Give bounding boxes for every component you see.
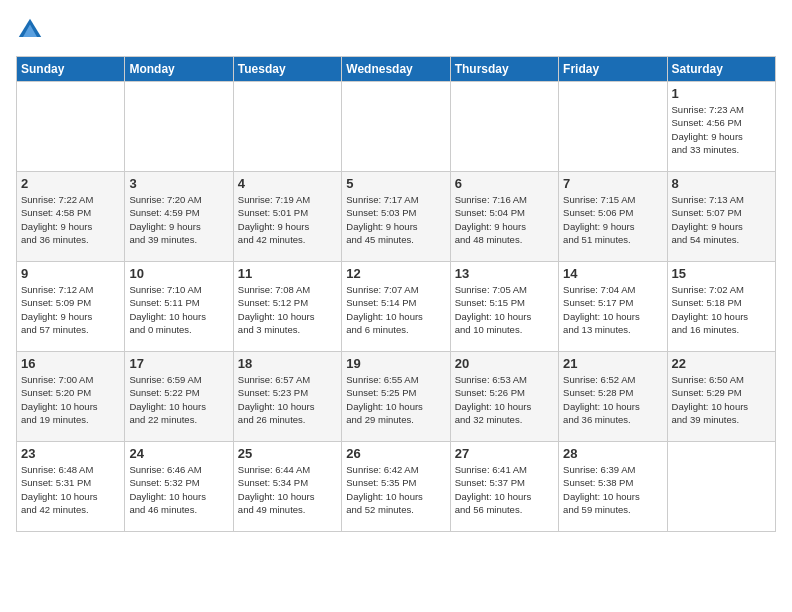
- day-number: 1: [672, 86, 771, 101]
- day-number: 16: [21, 356, 120, 371]
- day-info: Sunrise: 6:59 AM Sunset: 5:22 PM Dayligh…: [129, 373, 228, 426]
- day-cell: 26Sunrise: 6:42 AM Sunset: 5:35 PM Dayli…: [342, 442, 450, 532]
- day-info: Sunrise: 7:04 AM Sunset: 5:17 PM Dayligh…: [563, 283, 662, 336]
- day-number: 13: [455, 266, 554, 281]
- day-cell: 25Sunrise: 6:44 AM Sunset: 5:34 PM Dayli…: [233, 442, 341, 532]
- weekday-header-tuesday: Tuesday: [233, 57, 341, 82]
- day-number: 26: [346, 446, 445, 461]
- weekday-header-sunday: Sunday: [17, 57, 125, 82]
- day-info: Sunrise: 6:57 AM Sunset: 5:23 PM Dayligh…: [238, 373, 337, 426]
- day-number: 11: [238, 266, 337, 281]
- day-cell: 27Sunrise: 6:41 AM Sunset: 5:37 PM Dayli…: [450, 442, 558, 532]
- day-cell: 18Sunrise: 6:57 AM Sunset: 5:23 PM Dayli…: [233, 352, 341, 442]
- day-number: 15: [672, 266, 771, 281]
- day-cell: [125, 82, 233, 172]
- calendar-table: SundayMondayTuesdayWednesdayThursdayFrid…: [16, 56, 776, 532]
- day-info: Sunrise: 6:48 AM Sunset: 5:31 PM Dayligh…: [21, 463, 120, 516]
- logo: [16, 16, 46, 44]
- day-cell: 22Sunrise: 6:50 AM Sunset: 5:29 PM Dayli…: [667, 352, 775, 442]
- day-cell: 7Sunrise: 7:15 AM Sunset: 5:06 PM Daylig…: [559, 172, 667, 262]
- day-cell: 20Sunrise: 6:53 AM Sunset: 5:26 PM Dayli…: [450, 352, 558, 442]
- day-number: 4: [238, 176, 337, 191]
- day-number: 10: [129, 266, 228, 281]
- week-row-1: 1Sunrise: 7:23 AM Sunset: 4:56 PM Daylig…: [17, 82, 776, 172]
- day-info: Sunrise: 7:20 AM Sunset: 4:59 PM Dayligh…: [129, 193, 228, 246]
- day-info: Sunrise: 6:50 AM Sunset: 5:29 PM Dayligh…: [672, 373, 771, 426]
- day-cell: 2Sunrise: 7:22 AM Sunset: 4:58 PM Daylig…: [17, 172, 125, 262]
- day-info: Sunrise: 6:39 AM Sunset: 5:38 PM Dayligh…: [563, 463, 662, 516]
- day-cell: 6Sunrise: 7:16 AM Sunset: 5:04 PM Daylig…: [450, 172, 558, 262]
- day-info: Sunrise: 7:19 AM Sunset: 5:01 PM Dayligh…: [238, 193, 337, 246]
- day-info: Sunrise: 6:52 AM Sunset: 5:28 PM Dayligh…: [563, 373, 662, 426]
- day-info: Sunrise: 7:17 AM Sunset: 5:03 PM Dayligh…: [346, 193, 445, 246]
- day-info: Sunrise: 6:53 AM Sunset: 5:26 PM Dayligh…: [455, 373, 554, 426]
- day-info: Sunrise: 6:41 AM Sunset: 5:37 PM Dayligh…: [455, 463, 554, 516]
- day-number: 9: [21, 266, 120, 281]
- day-info: Sunrise: 6:44 AM Sunset: 5:34 PM Dayligh…: [238, 463, 337, 516]
- day-number: 21: [563, 356, 662, 371]
- day-cell: 21Sunrise: 6:52 AM Sunset: 5:28 PM Dayli…: [559, 352, 667, 442]
- day-cell: [342, 82, 450, 172]
- day-cell: 10Sunrise: 7:10 AM Sunset: 5:11 PM Dayli…: [125, 262, 233, 352]
- day-cell: [559, 82, 667, 172]
- day-cell: [450, 82, 558, 172]
- day-cell: 23Sunrise: 6:48 AM Sunset: 5:31 PM Dayli…: [17, 442, 125, 532]
- day-number: 20: [455, 356, 554, 371]
- weekday-header-monday: Monday: [125, 57, 233, 82]
- day-number: 24: [129, 446, 228, 461]
- week-row-3: 9Sunrise: 7:12 AM Sunset: 5:09 PM Daylig…: [17, 262, 776, 352]
- day-number: 23: [21, 446, 120, 461]
- day-number: 7: [563, 176, 662, 191]
- day-number: 17: [129, 356, 228, 371]
- weekday-header-friday: Friday: [559, 57, 667, 82]
- header-row: SundayMondayTuesdayWednesdayThursdayFrid…: [17, 57, 776, 82]
- day-number: 3: [129, 176, 228, 191]
- day-info: Sunrise: 7:00 AM Sunset: 5:20 PM Dayligh…: [21, 373, 120, 426]
- weekday-header-thursday: Thursday: [450, 57, 558, 82]
- day-number: 28: [563, 446, 662, 461]
- day-info: Sunrise: 7:22 AM Sunset: 4:58 PM Dayligh…: [21, 193, 120, 246]
- day-cell: 5Sunrise: 7:17 AM Sunset: 5:03 PM Daylig…: [342, 172, 450, 262]
- day-cell: [233, 82, 341, 172]
- day-info: Sunrise: 7:13 AM Sunset: 5:07 PM Dayligh…: [672, 193, 771, 246]
- day-number: 5: [346, 176, 445, 191]
- day-number: 2: [21, 176, 120, 191]
- day-cell: 19Sunrise: 6:55 AM Sunset: 5:25 PM Dayli…: [342, 352, 450, 442]
- day-cell: 3Sunrise: 7:20 AM Sunset: 4:59 PM Daylig…: [125, 172, 233, 262]
- day-number: 27: [455, 446, 554, 461]
- day-info: Sunrise: 7:16 AM Sunset: 5:04 PM Dayligh…: [455, 193, 554, 246]
- day-info: Sunrise: 7:23 AM Sunset: 4:56 PM Dayligh…: [672, 103, 771, 156]
- day-number: 6: [455, 176, 554, 191]
- day-cell: [667, 442, 775, 532]
- day-cell: 8Sunrise: 7:13 AM Sunset: 5:07 PM Daylig…: [667, 172, 775, 262]
- day-cell: 14Sunrise: 7:04 AM Sunset: 5:17 PM Dayli…: [559, 262, 667, 352]
- week-row-5: 23Sunrise: 6:48 AM Sunset: 5:31 PM Dayli…: [17, 442, 776, 532]
- day-number: 12: [346, 266, 445, 281]
- day-number: 14: [563, 266, 662, 281]
- day-number: 18: [238, 356, 337, 371]
- day-number: 25: [238, 446, 337, 461]
- day-cell: 16Sunrise: 7:00 AM Sunset: 5:20 PM Dayli…: [17, 352, 125, 442]
- day-info: Sunrise: 6:42 AM Sunset: 5:35 PM Dayligh…: [346, 463, 445, 516]
- day-cell: 15Sunrise: 7:02 AM Sunset: 5:18 PM Dayli…: [667, 262, 775, 352]
- day-cell: 1Sunrise: 7:23 AM Sunset: 4:56 PM Daylig…: [667, 82, 775, 172]
- logo-icon: [16, 16, 44, 44]
- day-cell: 4Sunrise: 7:19 AM Sunset: 5:01 PM Daylig…: [233, 172, 341, 262]
- day-info: Sunrise: 6:55 AM Sunset: 5:25 PM Dayligh…: [346, 373, 445, 426]
- week-row-4: 16Sunrise: 7:00 AM Sunset: 5:20 PM Dayli…: [17, 352, 776, 442]
- day-number: 22: [672, 356, 771, 371]
- day-info: Sunrise: 6:46 AM Sunset: 5:32 PM Dayligh…: [129, 463, 228, 516]
- weekday-header-wednesday: Wednesday: [342, 57, 450, 82]
- day-cell: 13Sunrise: 7:05 AM Sunset: 5:15 PM Dayli…: [450, 262, 558, 352]
- week-row-2: 2Sunrise: 7:22 AM Sunset: 4:58 PM Daylig…: [17, 172, 776, 262]
- day-info: Sunrise: 7:10 AM Sunset: 5:11 PM Dayligh…: [129, 283, 228, 336]
- day-cell: 17Sunrise: 6:59 AM Sunset: 5:22 PM Dayli…: [125, 352, 233, 442]
- day-info: Sunrise: 7:07 AM Sunset: 5:14 PM Dayligh…: [346, 283, 445, 336]
- day-cell: 12Sunrise: 7:07 AM Sunset: 5:14 PM Dayli…: [342, 262, 450, 352]
- day-info: Sunrise: 7:08 AM Sunset: 5:12 PM Dayligh…: [238, 283, 337, 336]
- day-info: Sunrise: 7:02 AM Sunset: 5:18 PM Dayligh…: [672, 283, 771, 336]
- day-number: 8: [672, 176, 771, 191]
- day-info: Sunrise: 7:15 AM Sunset: 5:06 PM Dayligh…: [563, 193, 662, 246]
- day-cell: [17, 82, 125, 172]
- day-cell: 9Sunrise: 7:12 AM Sunset: 5:09 PM Daylig…: [17, 262, 125, 352]
